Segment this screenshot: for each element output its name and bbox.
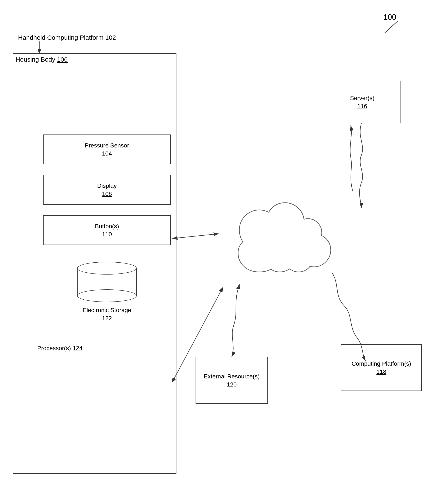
cylinder-top [77,262,137,274]
computing-platform-box: Computing Platform(s) 118 [341,344,422,391]
external-id: 120 [227,381,237,388]
computing-title: Computing Platform(s) [351,360,411,368]
storage-title: Electronic Storage [83,306,131,314]
server-box: Server(s) 116 [324,81,401,123]
figure-number: 100 [384,13,396,22]
buttons-title: Button(s) [95,222,119,230]
housing-title: Housing Body 106 [16,56,68,63]
processor-outer-box: Processor(s) 124 Squeeze Interpretation … [35,343,179,504]
pressure-sensor-title: Pressure Sensor [85,142,129,149]
buttons-id: 110 [102,231,112,238]
cloud-shape [217,191,336,289]
storage-label: Electronic Storage 122 [83,306,131,322]
computing-id: 118 [376,368,387,375]
cylinder-shape [77,262,137,304]
server-title: Server(s) [350,94,374,102]
display-box: Display 108 [43,175,171,205]
processor-label: Processor(s) 124 [37,345,82,352]
display-title: Display [97,182,117,190]
svg-line-5 [178,234,219,238]
pressure-sensor-box: Pressure Sensor 104 [43,134,171,164]
external-title: External Resource(s) [204,373,260,380]
server-id: 116 [357,103,367,110]
pressure-sensor-id: 104 [102,150,112,157]
handheld-platform-label: Handheld Computing Platform 102 [18,34,116,41]
electronic-storage-area: Electronic Storage 122 [43,258,171,326]
storage-id: 122 [83,315,131,322]
display-id: 108 [102,191,112,198]
svg-line-3 [387,21,398,31]
external-resource-box: External Resource(s) 120 [196,357,268,404]
svg-line-4 [385,21,398,33]
buttons-box: Button(s) 110 [43,215,171,245]
diagram: 100 Handheld Computing Platform 102 Hous… [0,0,443,504]
housing-box: Housing Body 106 Pressure Sensor 104 Dis… [13,53,176,474]
